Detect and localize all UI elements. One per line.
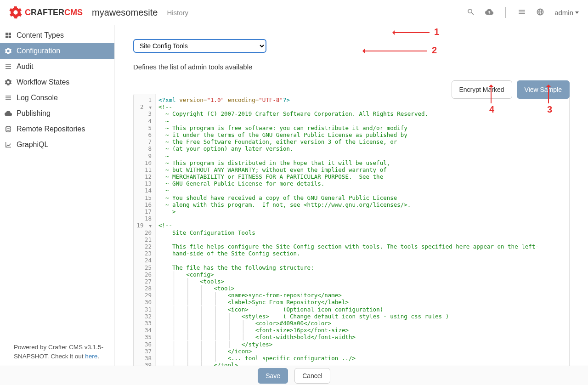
annotation-arrow-2 [363, 51, 427, 51]
config-file-select[interactable]: Site Config Tools [133, 39, 266, 53]
globe-icon[interactable] [536, 8, 544, 17]
annotation-arrow-1 [393, 32, 430, 33]
sidebar-item-audit[interactable]: Audit [0, 59, 114, 74]
history-link[interactable]: History [167, 9, 188, 17]
sidebar-item-graphiql[interactable]: GraphiQL [0, 137, 114, 153]
sidebar-item-label: Workflow States [17, 78, 69, 86]
list-icon [5, 63, 12, 70]
sidebar-footer: Powered by Crafter CMS v3.1.5-SNAPSHOT. … [0, 338, 114, 366]
sidebar-item-label: Configuration [17, 47, 60, 55]
here-link[interactable]: here [85, 353, 97, 360]
brand-logo[interactable]: CRAFTERCMS [9, 6, 83, 19]
sidebar: Content Types Configuration Audit Workfl… [0, 25, 115, 366]
gear-icon [5, 79, 12, 86]
cancel-button[interactable]: Cancel [294, 368, 330, 384]
code-editor[interactable]: 12 ▼345678910111213141516171819 ▼2021222… [133, 94, 570, 366]
user-menu[interactable]: admin [554, 9, 579, 17]
footer-bar: Save Cancel [0, 366, 588, 385]
list-icon [5, 94, 12, 102]
sidebar-item-content-types[interactable]: Content Types [0, 28, 114, 43]
annotation-1: 1 [434, 27, 439, 37]
sidebar-item-workflow-states[interactable]: Workflow States [0, 74, 114, 90]
annotation-2: 2 [432, 45, 437, 56]
gear-icon [9, 6, 22, 19]
sidebar-item-label: Audit [17, 62, 33, 71]
chart-icon [5, 141, 12, 148]
sidebar-item-remote-repositories[interactable]: Remote Repositories [0, 121, 114, 137]
cloud-icon [5, 110, 12, 117]
view-sample-button[interactable]: View Sample [517, 80, 570, 99]
search-icon[interactable] [467, 8, 475, 17]
divider [505, 7, 506, 18]
sidebar-item-label: Remote Repositories [17, 125, 85, 133]
database-icon [5, 125, 12, 133]
sidebar-item-label: GraphiQL [17, 141, 48, 149]
config-description: Defines the list of admin tools availabl… [133, 63, 570, 71]
save-button[interactable]: Save [258, 368, 288, 384]
cloud-upload-icon[interactable] [485, 8, 493, 17]
sidebar-item-configuration[interactable]: Configuration [0, 43, 114, 59]
app-header: CRAFTERCMS myawesomesite History admin [0, 0, 588, 25]
site-name[interactable]: myawesomesite [92, 7, 158, 18]
hamburger-icon[interactable] [518, 8, 526, 17]
chevron-down-icon [575, 11, 579, 14]
encrypt-marked-button[interactable]: Encrypt Marked [452, 80, 512, 99]
sidebar-item-log-console[interactable]: Log Console [0, 90, 114, 106]
brand-text: CRAFTERCMS [25, 8, 83, 17]
grid-icon [5, 32, 12, 39]
sidebar-item-label: Publishing [17, 109, 51, 118]
sidebar-item-label: Log Console [17, 94, 58, 102]
sidebar-item-label: Content Types [17, 31, 64, 40]
editor-gutter: 12 ▼345678910111213141516171819 ▼2021222… [134, 94, 156, 366]
gear-icon [5, 47, 12, 55]
sidebar-item-publishing[interactable]: Publishing [0, 106, 114, 121]
editor-code[interactable]: <?xml version="1.0" encoding="UTF-8"?><!… [156, 94, 569, 366]
main-panel: Site Config Tools Defines the list of ad… [115, 25, 588, 366]
